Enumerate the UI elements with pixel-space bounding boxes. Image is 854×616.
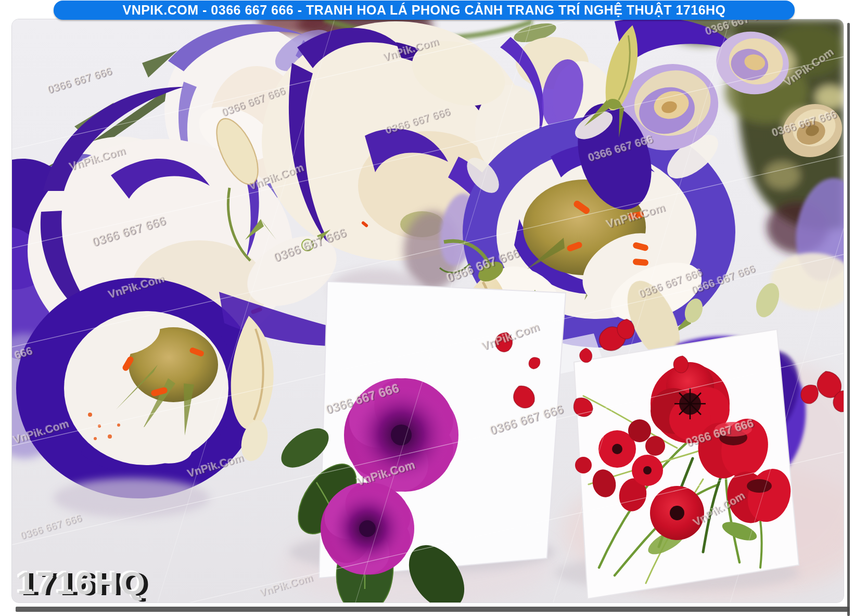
photo-id-watermark: 1716HQ (17, 564, 147, 601)
header-banner: VNPIK.COM - 0366 667 666 - TRANH HOA LÁ … (54, 1, 795, 20)
page: 0366 667 666VnPik.Com0366 667 666VnPik.C… (0, 0, 854, 616)
flower-illustration (12, 19, 844, 602)
banner-text: VNPIK.COM - 0366 667 666 - TRANH HOA LÁ … (122, 3, 725, 18)
photo-drop-shadow-right (847, 23, 850, 616)
photo-drop-shadow-bottom (16, 607, 849, 612)
flower-photo: 0366 667 666VnPik.Com0366 667 666VnPik.C… (11, 19, 844, 603)
